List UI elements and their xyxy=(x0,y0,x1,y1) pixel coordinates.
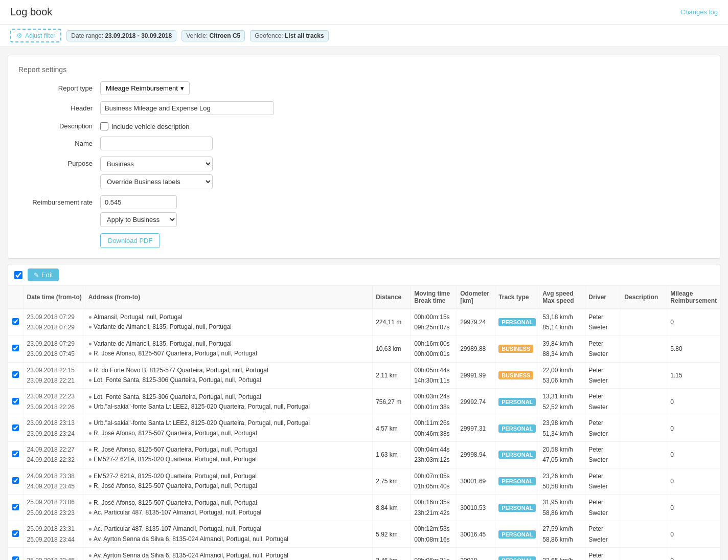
row-check-cell[interactable] xyxy=(8,468,24,495)
report-type-value: Mileage Reimbursement xyxy=(106,84,178,92)
apply-select[interactable]: Apply to Business Apply to All xyxy=(100,212,177,227)
row-track-type-cell: BUSINESS xyxy=(495,335,539,362)
row-check-cell[interactable] xyxy=(8,309,24,335)
override-select[interactable]: Override Business labels Do not override xyxy=(100,174,213,189)
table-row: 25.09.2018 23:45 ● Av. Ayrton Senna da S… xyxy=(8,548,720,560)
row-check-cell[interactable] xyxy=(8,495,24,521)
row-description-cell xyxy=(621,521,667,548)
row-distance-cell: 2,75 km xyxy=(373,468,411,495)
row-driver-cell: PeterSweter xyxy=(585,415,621,442)
row-reimbursement-cell: 0 xyxy=(667,468,720,495)
row-check-cell[interactable] xyxy=(8,415,24,442)
table-toolbar: ✎ Edit xyxy=(8,264,720,286)
geofence-value: List all tracks xyxy=(285,32,324,39)
row-track-type-cell: PERSONAL xyxy=(495,389,539,415)
date-range-value: 23.09.2018 - 30.09.2018 xyxy=(105,32,172,39)
row-check-cell[interactable] xyxy=(8,389,24,415)
row-odometer-cell: 29989.88 xyxy=(457,335,495,362)
row-datetime-cell: 25.09.2018 23:45 xyxy=(24,548,85,560)
row-driver-cell: PeterSweter xyxy=(585,468,621,495)
row-distance-cell: 8,84 km xyxy=(373,495,411,521)
row-speed-cell: 31,95 km/h58,86 km/h xyxy=(539,495,585,521)
changes-log-link[interactable]: Changes log xyxy=(680,8,718,16)
edit-button[interactable]: ✎ Edit xyxy=(28,268,59,281)
row-distance-cell: 4,57 km xyxy=(373,415,411,442)
row-description-cell xyxy=(621,495,667,521)
row-distance-cell: 1,63 km xyxy=(373,441,411,468)
report-settings-panel: Report settings Report type Mileage Reim… xyxy=(8,55,720,259)
row-check-cell[interactable] xyxy=(8,521,24,548)
row-distance-cell: 224,11 m xyxy=(373,309,411,335)
row-address-cell: ● R. do Forte Novo B, 8125-577 Quarteira… xyxy=(85,362,372,389)
geofence-chip: Geofence: List all tracks xyxy=(250,30,328,41)
col-check xyxy=(8,286,24,309)
reimbursement-input[interactable] xyxy=(100,195,177,209)
name-input[interactable] xyxy=(100,137,213,150)
report-type-button[interactable]: Mileage Reimbursement ▾ xyxy=(100,81,190,95)
row-reimbursement-cell: 0 xyxy=(667,441,720,468)
row-odometer-cell: 30010.53 xyxy=(457,495,495,521)
row-moving-break-cell: 00h:03m:24s00h:01m:38s xyxy=(411,389,457,415)
row-odometer-cell: 30016.45 xyxy=(457,521,495,548)
description-label: Description xyxy=(18,122,100,130)
row-address-cell: ● EM527-2 621A, 8125-020 Quarteira, Port… xyxy=(85,468,372,495)
row-driver-cell: PeterSweter xyxy=(585,441,621,468)
row-speed-cell: 22,65 km/h xyxy=(539,548,585,560)
row-moving-break-cell: 00h:05m:44s14h:30m:11s xyxy=(411,362,457,389)
row-track-type-cell: PERSONAL xyxy=(495,415,539,442)
row-datetime-cell: 25.09.2018 23:3125.09.2018 23:44 xyxy=(24,521,85,548)
geofence-label: Geofence: xyxy=(255,32,283,39)
purpose-row: Purpose Business Personal All Override B… xyxy=(18,156,710,189)
row-driver-cell: PeterSweter xyxy=(585,309,621,335)
row-moving-break-cell: 00h:00m:15s09h:25m:07s xyxy=(411,309,457,335)
table-row: 24.09.2018 22:2724.09.2018 22:32 ● R. Jo… xyxy=(8,441,720,468)
header-label: Header xyxy=(18,104,100,112)
row-address-cell: ● Av. Ayrton Senna da Silva 6, 8135-024 … xyxy=(85,548,372,560)
row-driver-cell: PeterSweter xyxy=(585,548,621,560)
table-row: 23.09.2018 07:2923.09.2018 07:45 ● Varia… xyxy=(8,335,720,362)
row-description-cell xyxy=(621,468,667,495)
adjust-filter-button[interactable]: ⚙ Adjust filter xyxy=(10,29,61,42)
row-datetime-cell: 25.09.2018 23:0625.09.2018 23:23 xyxy=(24,495,85,521)
select-all-checkbox[interactable] xyxy=(14,271,22,279)
row-speed-cell: 22,00 km/h53,06 km/h xyxy=(539,362,585,389)
row-description-cell xyxy=(621,309,667,335)
col-odometer: Odometer[km] xyxy=(457,286,495,309)
row-moving-break-cell: 00h:07m:05s01h:05m:40s xyxy=(411,468,457,495)
row-speed-cell: 13,31 km/h52,52 km/h xyxy=(539,389,585,415)
row-check-cell[interactable] xyxy=(8,362,24,389)
row-distance-cell: 2,11 km xyxy=(373,362,411,389)
row-odometer-cell: 29992.74 xyxy=(457,389,495,415)
log-table: Date time (from-to) Address (from-to) Di… xyxy=(8,286,720,560)
row-odometer-cell: 30001.69 xyxy=(457,468,495,495)
row-driver-cell: PeterSweter xyxy=(585,362,621,389)
row-description-cell xyxy=(621,548,667,560)
table-row: 23.09.2018 23:1323.09.2018 23:24 ● Urb."… xyxy=(8,415,720,442)
date-range-chip: Date range: 23.09.2018 - 30.09.2018 xyxy=(66,30,176,41)
row-check-cell[interactable] xyxy=(8,335,24,362)
row-speed-cell: 23,26 km/h50,58 km/h xyxy=(539,468,585,495)
col-distance: Distance xyxy=(373,286,411,309)
row-speed-cell: 20,58 km/h47,05 km/h xyxy=(539,441,585,468)
row-datetime-cell: 23.09.2018 07:2923.09.2018 07:45 xyxy=(24,335,85,362)
row-address-cell: ● R. José Afonso, 8125-507 Quarteira, Po… xyxy=(85,495,372,521)
col-driver: Driver xyxy=(585,286,621,309)
download-row: Download PDF xyxy=(18,233,710,248)
row-reimbursement-cell: 0 xyxy=(667,548,720,560)
purpose-select[interactable]: Business Personal All xyxy=(100,156,213,171)
row-odometer-cell: 29997.31 xyxy=(457,415,495,442)
row-datetime-cell: 24.09.2018 22:2724.09.2018 22:32 xyxy=(24,441,85,468)
row-check-cell[interactable] xyxy=(8,441,24,468)
row-track-type-cell: PERSONAL xyxy=(495,468,539,495)
header-input[interactable] xyxy=(100,101,274,115)
description-checkbox[interactable] xyxy=(100,122,108,130)
row-distance-cell: 10,63 km xyxy=(373,335,411,362)
download-pdf-button[interactable]: Download PDF xyxy=(100,233,160,248)
col-description: Description xyxy=(621,286,667,309)
reimbursement-row: Reimbursement rate Apply to Business App… xyxy=(18,195,710,227)
row-reimbursement-cell: 0 xyxy=(667,495,720,521)
row-check-cell[interactable] xyxy=(8,548,24,560)
col-track-type: Track type xyxy=(495,286,539,309)
row-speed-cell: 53,18 km/h85,14 km/h xyxy=(539,309,585,335)
description-checkbox-label: Include vehicle description xyxy=(111,123,189,130)
